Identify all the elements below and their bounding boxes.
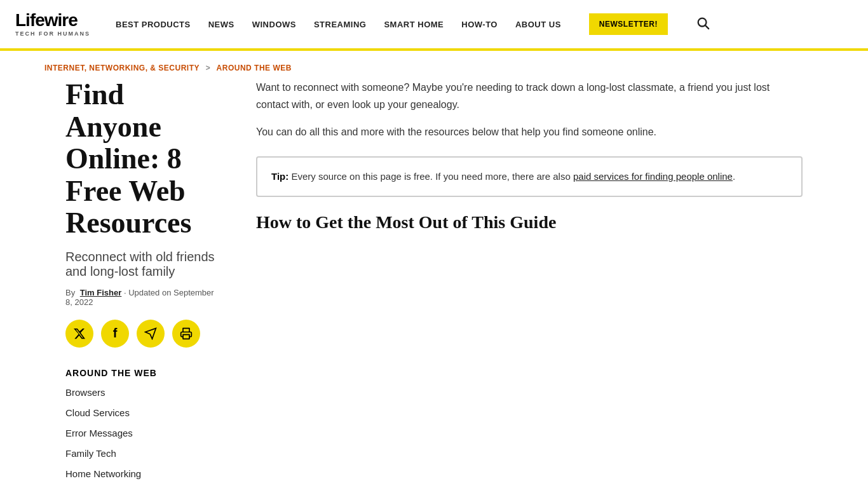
tip-box: Tip: Every source on this page is free. … bbox=[256, 156, 803, 197]
sidebar-section-title: AROUND THE WEB bbox=[65, 368, 218, 378]
facebook-icon: f bbox=[113, 326, 118, 341]
tip-text: Every source on this page is free. If yo… bbox=[291, 171, 570, 182]
sidebar-links: Browsers Cloud Services Error Messages F… bbox=[65, 387, 218, 488]
list-item: Error Messages bbox=[65, 428, 218, 439]
tip-link[interactable]: paid services for finding people online bbox=[573, 171, 733, 182]
newsletter-button[interactable]: NEWSLETTER! bbox=[589, 13, 668, 35]
breadcrumb-current[interactable]: AROUND THE WEB bbox=[217, 64, 292, 72]
nav-best-products[interactable]: BEST PRODUCTS bbox=[116, 20, 191, 29]
article-body: Want to reconnect with someone? Maybe yo… bbox=[256, 79, 803, 233]
meta-by: By bbox=[65, 288, 75, 297]
nav-windows[interactable]: WINDOWS bbox=[252, 20, 296, 29]
sidebar-link-browsers[interactable]: Browsers bbox=[65, 387, 105, 398]
how-to-title: How to Get the Most Out of This Guide bbox=[256, 212, 803, 233]
article-subtitle: Reconnect with old friends and long-lost… bbox=[65, 250, 218, 279]
sidebar-link-family[interactable]: Family Tech bbox=[65, 448, 116, 459]
breadcrumb: INTERNET, NETWORKING, & SECURITY > AROUN… bbox=[0, 51, 868, 79]
svg-line-1 bbox=[705, 25, 709, 29]
nav-news[interactable]: NEWS bbox=[208, 20, 234, 29]
article-paragraph-1: Want to reconnect with someone? Maybe yo… bbox=[256, 79, 803, 113]
svg-rect-2 bbox=[183, 335, 189, 339]
nav-about-us[interactable]: ABOUT US bbox=[515, 20, 561, 29]
author-link[interactable]: Tim Fisher bbox=[80, 288, 122, 297]
search-icon[interactable] bbox=[696, 16, 710, 33]
sidebar: Find Anyone Online: 8 Free Web Resources… bbox=[65, 79, 243, 488]
sidebar-link-home-networking[interactable]: Home Networking bbox=[65, 468, 141, 479]
print-button[interactable] bbox=[172, 320, 200, 348]
sidebar-link-error[interactable]: Error Messages bbox=[65, 428, 133, 438]
list-item: Home Networking bbox=[65, 468, 218, 480]
tip-label: Tip: bbox=[271, 171, 288, 182]
site-logo[interactable]: Lifewire TECH FOR HUMANS bbox=[15, 11, 90, 37]
logo-sub: TECH FOR HUMANS bbox=[15, 30, 90, 37]
social-icons: f bbox=[65, 320, 218, 348]
main-nav: BEST PRODUCTS NEWS WINDOWS STREAMING SMA… bbox=[116, 13, 853, 35]
content-wrap: Find Anyone Online: 8 Free Web Resources… bbox=[21, 79, 847, 488]
site-header: Lifewire TECH FOR HUMANS BEST PRODUCTS N… bbox=[0, 0, 868, 51]
article-meta: By Tim Fisher · Updated on September 8, … bbox=[65, 288, 218, 307]
list-item: Family Tech bbox=[65, 448, 218, 459]
tip-end: . bbox=[733, 171, 735, 182]
breadcrumb-separator: > bbox=[206, 64, 211, 72]
article-title: Find Anyone Online: 8 Free Web Resources bbox=[65, 79, 218, 240]
list-item: Browsers bbox=[65, 387, 218, 398]
article-paragraph-2: You can do all this and more with the re… bbox=[256, 123, 803, 140]
telegram-share-button[interactable] bbox=[137, 320, 165, 348]
nav-streaming[interactable]: STREAMING bbox=[314, 20, 367, 29]
sidebar-link-cloud[interactable]: Cloud Services bbox=[65, 407, 130, 418]
breadcrumb-parent[interactable]: INTERNET, NETWORKING, & SECURITY bbox=[44, 64, 200, 72]
nav-smart-home[interactable]: SMART HOME bbox=[384, 20, 444, 29]
facebook-share-button[interactable]: f bbox=[101, 320, 129, 348]
main-article: Want to reconnect with someone? Maybe yo… bbox=[243, 79, 803, 488]
nav-how-to[interactable]: HOW-TO bbox=[461, 20, 498, 29]
logo-text: Lifewire bbox=[15, 11, 90, 29]
list-item: Cloud Services bbox=[65, 407, 218, 419]
twitter-share-button[interactable] bbox=[65, 320, 93, 348]
